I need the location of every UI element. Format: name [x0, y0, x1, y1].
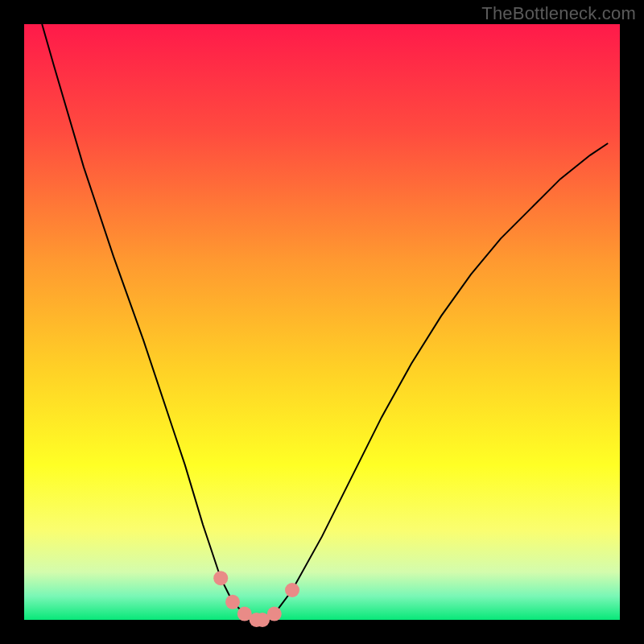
bottleneck-plot [0, 0, 644, 644]
chart-stage: TheBottleneck.com [0, 0, 644, 644]
watermark-label: TheBottleneck.com [481, 3, 636, 24]
threshold-marker [225, 595, 240, 609]
threshold-marker [267, 607, 282, 621]
plot-background [24, 24, 620, 620]
threshold-marker [213, 571, 228, 585]
threshold-marker [285, 583, 299, 597]
